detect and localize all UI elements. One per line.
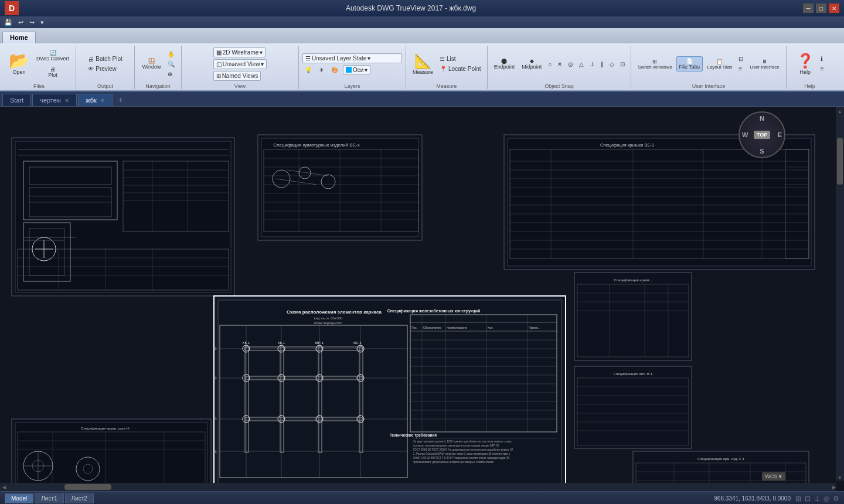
snap-toggle[interactable]: ⊡ xyxy=(805,495,811,503)
ribbon-tabs: Home xyxy=(0,28,844,43)
scroll-down-button[interactable]: ▼ xyxy=(838,475,842,481)
batch-plot-button[interactable]: 🖨 Batch Plot xyxy=(86,55,125,63)
preview-icon: 👁 xyxy=(88,66,94,72)
tab-chertezh-close[interactable]: ✕ xyxy=(64,97,69,104)
scroll-up-button[interactable]: ▲ xyxy=(838,109,842,114)
snap-icon-6[interactable]: ∥ xyxy=(598,60,606,69)
endpoint-button[interactable]: ⬤ Endpoint xyxy=(491,56,518,71)
snap-icon-2[interactable]: ✕ xyxy=(555,60,564,69)
list-button[interactable]: ☰ List xyxy=(437,55,484,63)
zoom-button[interactable]: 🔍 xyxy=(165,60,177,69)
close-button[interactable]: ✕ xyxy=(829,4,839,13)
dwg-convert-button[interactable]: 🔄 DWG Convert xyxy=(33,48,72,63)
switch-icon: ⊞ xyxy=(652,59,657,64)
qat-save[interactable]: 💾 xyxy=(2,19,14,26)
locate-point-button[interactable]: 📍 Locate Point xyxy=(437,64,484,73)
locate-icon: 📍 xyxy=(440,66,447,72)
snap-icon-4[interactable]: △ xyxy=(577,60,586,69)
endpoint-icon: ⬤ xyxy=(501,58,507,64)
preview-button[interactable]: 👁 Preview xyxy=(86,64,125,73)
scroll-thumb-vertical[interactable] xyxy=(837,138,843,185)
view-icon: ◫ xyxy=(216,61,222,67)
help-button[interactable]: ❓ Help xyxy=(794,51,817,77)
ribbon: Home 📂 Open 🔄 DWG Convert 🖨 Plot xyxy=(0,28,844,91)
layer-state-dropdown[interactable]: ☰ Unsaved Layer State ▾ xyxy=(302,53,402,63)
files-label: Files xyxy=(33,82,45,89)
grid-toggle[interactable]: ⊞ xyxy=(795,495,801,503)
midpoint-button[interactable]: ◆ Midpoint xyxy=(519,56,544,71)
measure-button[interactable]: 📐 Measure xyxy=(410,51,436,77)
snap-label: Object Snap xyxy=(544,82,574,89)
window-button[interactable]: 🪟 Window xyxy=(139,56,164,71)
ui-tools: ⊞ Switch Windows 📄 File Tabs 📋 Layout Ta… xyxy=(635,46,782,82)
nav-wheel-button[interactable]: ⊕ xyxy=(165,70,177,79)
scroll-left-button[interactable]: ◀ xyxy=(2,485,6,490)
snap-icon-7[interactable]: ◇ xyxy=(607,60,617,69)
tab-zhbk[interactable]: жбк ✕ xyxy=(78,94,113,106)
ortho-toggle[interactable]: ⊥ xyxy=(814,495,820,503)
help-info[interactable]: ℹ xyxy=(818,55,826,63)
document-tabs-bar: Start чертеж ✕ жбк ✕ + xyxy=(0,91,844,107)
layer-on-icon[interactable]: 💡 xyxy=(302,66,314,74)
maximize-button[interactable]: □ xyxy=(816,4,826,13)
nav-icons: ✋ 🔍 ⊕ xyxy=(165,50,177,79)
svg-text:Наименование: Наименование xyxy=(447,326,467,329)
user-interface-button[interactable]: 🖥 User Interface xyxy=(747,57,782,71)
window-title: Autodesk DWG TrueView 2017 - жбк.dwg xyxy=(19,4,803,12)
svg-text:требованиями, допускаемые в от: требованиями, допускаемые в отдельных мо… xyxy=(413,461,494,464)
dwg-viewport[interactable]: Специфация арматурных изделий ВЕ-х Специ… xyxy=(0,107,844,491)
status-tab-sheet2[interactable]: Лист2 xyxy=(65,493,94,503)
ui-icon: 🖥 xyxy=(762,59,767,64)
osi-dropdown[interactable]: Оси ▾ xyxy=(343,65,370,75)
svg-text:вид на от. 00+000: вид на от. 00+000 xyxy=(314,316,343,320)
unsaved-view-dropdown[interactable]: ◫ Unsaved View ▾ xyxy=(213,59,267,69)
ui-icon-1[interactable]: ⊡ xyxy=(736,55,746,63)
snap-tools: ⬤ Endpoint ◆ Midpoint ○ ✕ ◎ △ ⊥ ∥ ◇ ⊡ xyxy=(491,46,628,82)
new-tab-button[interactable]: + xyxy=(114,93,128,106)
help-label: Help xyxy=(804,82,815,89)
named-views-dropdown[interactable]: ⊞ Named Views xyxy=(213,71,261,81)
layout-tabs-button[interactable]: 📋 Layout Tabs xyxy=(704,57,735,71)
plot-button[interactable]: 🖨 Plot xyxy=(33,64,72,80)
svg-text:ФС.1: ФС.1 xyxy=(353,341,362,345)
status-bar: Model Лист1 Лист2 966.3341, 1631.8433, 0… xyxy=(0,491,844,504)
scroll-thumb-horizontal[interactable] xyxy=(64,484,111,490)
polar-toggle[interactable]: ◎ xyxy=(823,495,829,503)
qat-more[interactable]: ▾ xyxy=(39,19,46,26)
status-tab-model[interactable]: Model xyxy=(5,493,33,503)
minimize-button[interactable]: ─ xyxy=(803,4,814,13)
status-tab-sheet1[interactable]: Лист1 xyxy=(35,493,63,503)
named-views-icon: ⊞ xyxy=(216,73,221,79)
layer-sun-icon[interactable]: ☀ xyxy=(316,66,326,74)
layers-tools: ☰ Unsaved Layer State ▾ 💡 ☀ 🎨 Оси ▾ xyxy=(302,46,402,82)
pan-button[interactable]: ✋ xyxy=(165,50,177,59)
ui-icon-2[interactable]: ≡ xyxy=(736,64,746,73)
scroll-right-button[interactable]: ▶ xyxy=(832,485,836,490)
horizontal-scrollbar[interactable]: ◀ ▶ xyxy=(0,483,836,491)
qat-undo[interactable]: ↩ xyxy=(16,19,25,26)
switch-windows-button[interactable]: ⊞ Switch Windows xyxy=(635,57,675,71)
open-button[interactable]: 📂 Open xyxy=(6,51,32,77)
svg-text:③: ③ xyxy=(214,417,217,421)
help-menu[interactable]: ≡ xyxy=(818,64,826,73)
compass-top-button[interactable]: TOP xyxy=(754,131,770,139)
snap-icon-8[interactable]: ⊡ xyxy=(618,60,627,69)
open-icon: 📂 xyxy=(9,53,29,69)
snap-icon-5[interactable]: ⊥ xyxy=(587,60,597,69)
file-tabs-button[interactable]: 📄 File Tabs xyxy=(676,56,703,71)
layer-color-icon[interactable]: 🎨 xyxy=(329,66,341,74)
snap-icon-1[interactable]: ○ xyxy=(546,60,554,69)
tab-zhbk-close[interactable]: ✕ xyxy=(100,97,105,104)
vertical-scrollbar[interactable]: ▲ ▼ xyxy=(836,107,844,481)
svg-rect-74 xyxy=(218,300,561,491)
snap-icon-3[interactable]: ◎ xyxy=(566,60,576,69)
wcs-badge[interactable]: WCS ▾ xyxy=(762,472,786,481)
settings-icon[interactable]: ⚙ xyxy=(833,495,839,503)
plot-icon: 🖨 xyxy=(50,66,56,72)
tab-chertezh[interactable]: чертеж ✕ xyxy=(32,94,77,106)
measure-tools: 📐 Measure ☰ List 📍 Locate Point xyxy=(410,46,484,82)
qat-redo[interactable]: ↪ xyxy=(28,19,36,26)
wireframe-dropdown[interactable]: ▦ 2D Wireframe ▾ xyxy=(213,47,266,57)
tab-start[interactable]: Start xyxy=(2,94,31,106)
tab-home[interactable]: Home xyxy=(2,32,36,43)
